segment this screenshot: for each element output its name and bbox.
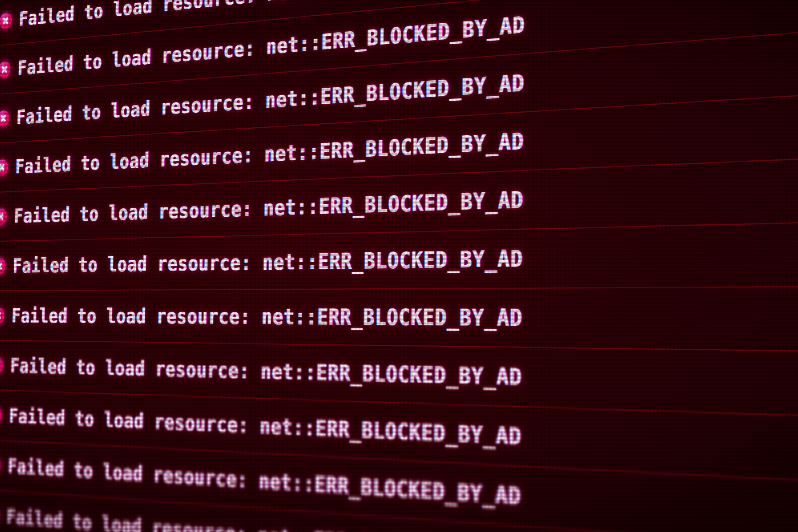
- devtools-console: Failed to load resource: net::ERR_BLOCKE…: [0, 0, 798, 532]
- console-error-message: Failed to load resource: net::ERR_BLOCKE…: [9, 404, 522, 451]
- error-icon: [0, 208, 7, 225]
- error-icon: [0, 258, 6, 274]
- error-icon: [0, 407, 2, 424]
- error-icon: [0, 159, 8, 176]
- error-icon: [0, 307, 4, 324]
- error-icon: [0, 12, 12, 29]
- console-error-message: Failed to load resource: net::ERR_BLOCKE…: [10, 354, 522, 391]
- error-icon: [0, 357, 3, 374]
- console-error-message: Failed to load resource: net::ERR_BLOCKE…: [13, 245, 524, 278]
- error-icon: [0, 110, 9, 127]
- console-error-message: Failed to load resource: net::ERR_BLOCKE…: [11, 304, 523, 331]
- error-icon: [0, 457, 1, 474]
- screen-photo: Failed to load resource: net::ERR_BLOCKE…: [0, 0, 798, 532]
- error-icon: [0, 61, 11, 78]
- console-error-message: Failed to load resource: net::ERR_BLOCKE…: [14, 187, 524, 228]
